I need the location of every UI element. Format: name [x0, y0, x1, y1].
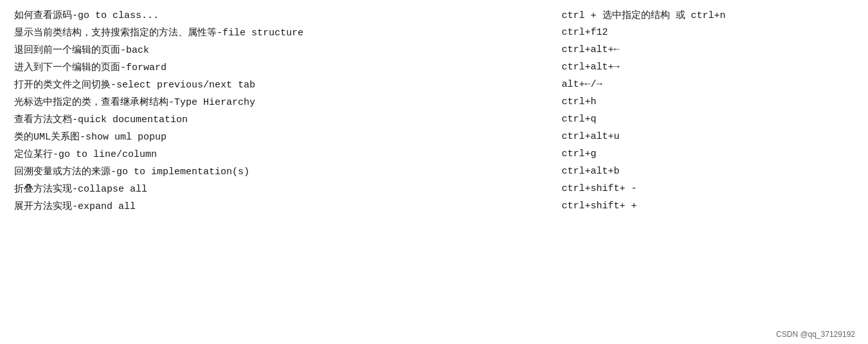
shortcut-description: 展开方法实现-expand all	[13, 197, 561, 215]
table-row: 如何查看源码-go to class...ctrl + 选中指定的结构 或 ct…	[13, 6, 855, 24]
shortcut-key: ctrl+alt+←	[561, 41, 856, 59]
table-row: 定位某行-go to line/columnctrl+g	[13, 145, 855, 163]
shortcut-description: 退回到前一个编辑的页面-back	[13, 41, 561, 59]
table-row: 回溯变量或方法的来源-go to implementation(s)ctrl+a…	[13, 163, 855, 180]
table-row: 进入到下一个编辑的页面-forwardctrl+alt+→	[13, 59, 855, 76]
shortcut-key: ctrl+alt+→	[561, 59, 856, 76]
table-row: 光标选中指定的类，查看继承树结构-Type Hierarchyctrl+h	[13, 93, 855, 111]
shortcut-key: ctrl+q	[561, 111, 856, 128]
shortcut-key: ctrl+g	[561, 145, 856, 163]
shortcut-description: 光标选中指定的类，查看继承树结构-Type Hierarchy	[13, 93, 561, 111]
table-row: 类的UML关系图-show uml popupctrl+alt+u	[13, 128, 855, 145]
shortcut-description: 如何查看源码-go to class...	[13, 6, 561, 24]
shortcut-key: ctrl + 选中指定的结构 或 ctrl+n	[561, 6, 856, 24]
shortcut-key: ctrl+alt+b	[561, 163, 856, 180]
shortcut-key: ctrl+shift+ +	[561, 197, 856, 215]
table-row: 退回到前一个编辑的页面-backctrl+alt+←	[13, 41, 855, 59]
shortcut-description: 显示当前类结构，支持搜索指定的方法、属性等-file structure	[13, 24, 561, 41]
shortcut-key: ctrl+f12	[561, 24, 856, 41]
table-row: 展开方法实现-expand allctrl+shift+ +	[13, 197, 855, 215]
shortcut-description: 进入到下一个编辑的页面-forward	[13, 59, 561, 76]
shortcut-description: 查看方法文档-quick documentation	[13, 111, 561, 128]
table-row: 显示当前类结构，支持搜索指定的方法、属性等-file structurectrl…	[13, 24, 855, 41]
shortcuts-table: 如何查看源码-go to class...ctrl + 选中指定的结构 或 ct…	[13, 6, 855, 215]
shortcut-key: alt+←/→	[561, 76, 856, 93]
shortcut-description: 打开的类文件之间切换-select previous/next tab	[13, 76, 561, 93]
shortcut-description: 类的UML关系图-show uml popup	[13, 128, 561, 145]
table-row: 打开的类文件之间切换-select previous/next tabalt+←…	[13, 76, 855, 93]
table-row: 折叠方法实现-collapse allctrl+shift+ -	[13, 180, 855, 197]
shortcut-key: ctrl+alt+u	[561, 128, 856, 145]
shortcut-description: 回溯变量或方法的来源-go to implementation(s)	[13, 163, 561, 180]
shortcut-description: 折叠方法实现-collapse all	[13, 180, 561, 197]
watermark: CSDN @qq_37129192	[776, 330, 855, 339]
shortcut-key: ctrl+h	[561, 93, 856, 111]
shortcut-description: 定位某行-go to line/column	[13, 145, 561, 163]
table-row: 查看方法文档-quick documentationctrl+q	[13, 111, 855, 128]
shortcut-key: ctrl+shift+ -	[561, 180, 856, 197]
